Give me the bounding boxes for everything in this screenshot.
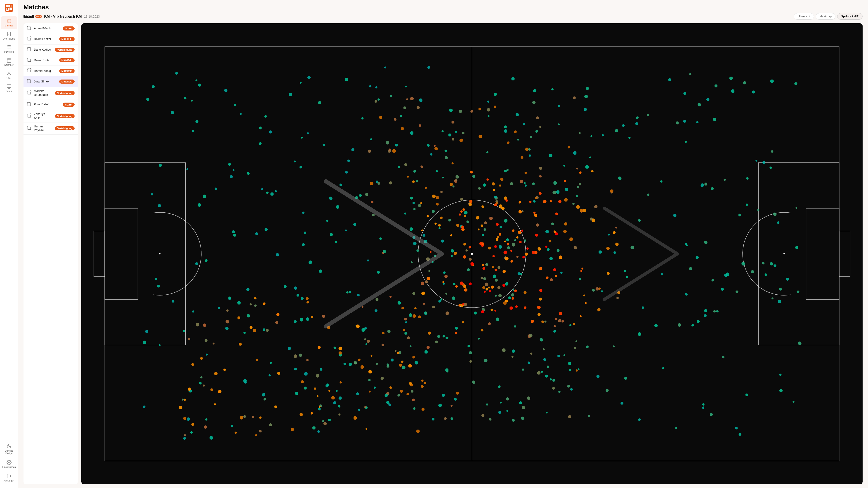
player-row[interactable]: Harald KönigMittelfeld: [24, 66, 78, 76]
tabs: Übersicht Heatmap Sprints / HIR: [794, 13, 863, 20]
sidebar-item-user[interactable]: User: [1, 69, 17, 82]
sidebar-item-logout[interactable]: Ausloggen: [1, 471, 17, 484]
header-meta: STATS Beta KM - Vfb Neubach KM 18.10.202…: [24, 13, 863, 20]
main-content: Matches STATS Beta KM - Vfb Neubach KM 1…: [18, 0, 868, 488]
tab-heatmap[interactable]: Heatmap: [816, 13, 835, 20]
pitch-container: [81, 23, 863, 484]
player-row[interactable]: Dalimil KozelMittelfeld: [24, 34, 78, 44]
shirt-icon: [27, 102, 32, 107]
svg-point-22: [8, 462, 10, 463]
shirt-icon: [27, 47, 32, 53]
content-area: Adam BöschSturmDalimil KozelMittelfeldDa…: [18, 22, 868, 488]
sidebar-item-label-kalender: Kalender: [4, 64, 13, 66]
player-name: Juraj Šimek: [34, 80, 57, 84]
page-title: Matches: [24, 4, 863, 11]
sidebar-item-kalender[interactable]: Kalender: [1, 56, 17, 69]
match-date: 18.10.2023: [84, 15, 100, 18]
sidebar-item-label-live-tagging: Live Tagging: [3, 37, 16, 40]
svg-rect-0: [5, 4, 13, 12]
sidebar-item-label-logout: Ausloggen: [4, 480, 14, 482]
sidebar-item-live-tagging[interactable]: Live Tagging: [1, 29, 17, 42]
sidebar-item-label-playlisten: Playlisten: [4, 51, 14, 53]
svg-rect-1: [6, 5, 8, 7]
player-name: Zekeriya Saller: [34, 112, 53, 120]
svg-point-18: [8, 72, 10, 73]
shirt-icon: [27, 68, 32, 74]
position-badge: Mittelfeld: [59, 37, 74, 41]
match-title: KM - Vfb Neubach KM: [44, 14, 82, 19]
player-name: Polat Babić: [34, 103, 61, 106]
sidebar-item-label-settings: Einstellungen: [2, 466, 16, 468]
position-badge: Sturm: [63, 26, 74, 31]
tab-sprints[interactable]: Sprints / HIR: [837, 13, 863, 20]
sidebar-item-matches[interactable]: Matches: [1, 16, 17, 29]
position-badge: Verteidigung: [55, 91, 74, 95]
sidebar-item-settings[interactable]: Einstellungen: [1, 458, 17, 471]
player-name: Harald König: [34, 69, 57, 73]
player-name: Dario Kadlec: [34, 48, 53, 52]
heatmap-canvas: [81, 23, 863, 484]
sidebar: Matches Live Tagging Playlisten Kalender…: [0, 0, 18, 488]
svg-rect-14: [7, 59, 11, 63]
player-name: Dalimil Kozel: [34, 37, 57, 41]
position-badge: Mittelfeld: [59, 79, 74, 84]
header: Matches STATS Beta KM - Vfb Neubach KM 1…: [18, 0, 868, 22]
shirt-icon: [27, 57, 32, 63]
player-row[interactable]: Ümran PeynirciVerteidigung: [24, 123, 78, 135]
player-name: Davor Brotz: [34, 59, 57, 62]
position-badge: Verteidigung: [55, 126, 74, 130]
svg-rect-11: [7, 46, 11, 49]
sidebar-item-label-user: User: [6, 77, 11, 79]
logo: [5, 4, 13, 13]
player-row[interactable]: Zekeriya SallerVerteidigung: [24, 110, 78, 123]
position-badge: Mittelfeld: [59, 58, 74, 62]
tab-uebersicht[interactable]: Übersicht: [794, 13, 814, 20]
position-badge: Sturm: [63, 103, 74, 107]
player-name: Marinko Baumbach: [34, 89, 53, 97]
svg-rect-19: [7, 85, 11, 88]
svg-marker-6: [8, 20, 10, 22]
svg-rect-13: [8, 45, 10, 46]
player-row[interactable]: Juraj ŠimekMittelfeld: [24, 76, 78, 87]
shirt-icon: [27, 36, 32, 42]
shirt-icon: [27, 125, 32, 131]
sidebar-item-label-matches: Matches: [5, 24, 13, 27]
position-badge: Verteidigung: [55, 48, 74, 52]
position-badge: Verteidigung: [55, 114, 74, 118]
player-name: Ümran Peynirci: [34, 125, 53, 132]
player-row[interactable]: Davor BrotzMittelfeld: [24, 55, 78, 66]
sidebar-item-label-geraete: Geräte: [5, 90, 12, 93]
sidebar-item-label-dark-mode: Dunkles Design: [2, 450, 16, 455]
player-row[interactable]: Marinko BaumbachVerteidigung: [24, 87, 78, 99]
sidebar-item-dark-mode[interactable]: Dunkles Design: [1, 442, 17, 457]
stats-badge: STATS: [24, 15, 34, 18]
sidebar-item-geraete[interactable]: Geräte: [1, 82, 17, 95]
player-list: Adam BöschSturmDalimil KozelMittelfeldDa…: [24, 23, 78, 484]
player-row[interactable]: Adam BöschSturm: [24, 23, 78, 34]
shirt-icon: [27, 90, 32, 96]
shirt-icon: [27, 78, 32, 85]
shirt-icon: [27, 113, 32, 119]
player-row[interactable]: Dario KadlecVerteidigung: [24, 44, 78, 55]
svg-rect-2: [9, 8, 12, 10]
sidebar-item-playlisten[interactable]: Playlisten: [1, 42, 17, 56]
player-row[interactable]: Polat BabićSturm: [24, 99, 78, 110]
beta-badge: Beta: [35, 15, 42, 18]
position-badge: Mittelfeld: [59, 69, 74, 73]
player-name: Adam Bösch: [34, 27, 61, 31]
shirt-icon: [27, 26, 32, 31]
